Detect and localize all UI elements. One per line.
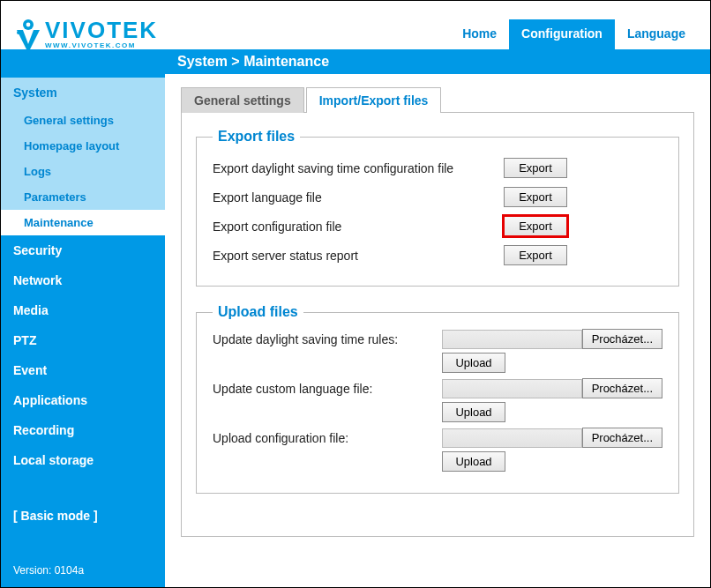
export-language-label: Export language file	[213, 190, 504, 205]
sidebar-sub-parameters[interactable]: Parameters	[1, 184, 165, 210]
export-dst-label: Export daylight saving time configuratio…	[213, 161, 504, 175]
export-status-button[interactable]: Export	[504, 245, 567, 265]
nav-configuration[interactable]: Configuration	[509, 19, 615, 49]
export-status-label: Export server status report	[213, 249, 504, 263]
sidebar-sub-general-settings[interactable]: General settings	[1, 108, 165, 133]
export-dst-button[interactable]: Export	[504, 158, 567, 178]
nav-language[interactable]: Language	[615, 19, 698, 49]
sidebar-sub-logs[interactable]: Logs	[1, 159, 165, 184]
sidebar: System General settings Homepage layout …	[1, 74, 165, 587]
upload-language-file-input[interactable]	[442, 379, 582, 398]
upload-language-label: Update custom language file:	[213, 382, 442, 396]
sidebar-item-event[interactable]: Event	[1, 355, 165, 385]
logo-text: VIVOTEK	[45, 19, 158, 41]
sidebar-item-local-storage[interactable]: Local storage	[1, 445, 165, 475]
tab-import-export[interactable]: Import/Export files	[306, 87, 442, 113]
export-row-status: Export server status report Export	[213, 241, 662, 270]
upload-language-browse-button[interactable]: Procházet...	[582, 378, 662, 398]
sidebar-item-ptz[interactable]: PTZ	[1, 325, 165, 355]
sidebar-item-applications[interactable]: Applications	[1, 385, 165, 415]
export-row-config: Export configuration file Export	[213, 212, 662, 241]
export-config-label: Export configuration file	[213, 220, 504, 234]
tab-row: General settings Import/Export files	[181, 86, 694, 113]
upload-files-fieldset: Upload files Update daylight saving time…	[196, 304, 679, 494]
upload-config-upload-button[interactable]: Upload	[442, 451, 505, 472]
sidebar-item-recording[interactable]: Recording	[1, 415, 165, 445]
upload-dst-browse-button[interactable]: Procházet...	[582, 329, 662, 349]
sidebar-sub-maintenance[interactable]: Maintenance	[1, 210, 165, 235]
sidebar-basic-mode[interactable]: [ Basic mode ]	[1, 501, 165, 531]
svg-point-1	[26, 23, 31, 27]
svg-point-2	[17, 31, 20, 34]
tab-general-settings[interactable]: General settings	[181, 87, 304, 113]
logo-subtext: WWW.VIVOTEK.COM	[45, 42, 158, 49]
export-row-language: Export language file Export	[213, 182, 662, 212]
sidebar-sub-homepage-layout[interactable]: Homepage layout	[1, 133, 165, 159]
export-config-button[interactable]: Export	[504, 216, 567, 236]
breadcrumb: System > Maintenance	[177, 54, 329, 70]
export-files-fieldset: Export files Export daylight saving time…	[196, 129, 679, 287]
sidebar-item-system[interactable]: System	[1, 78, 165, 108]
version-label: Version: 0104a	[1, 554, 165, 587]
export-row-dst: Export daylight saving time configuratio…	[213, 153, 662, 182]
sidebar-item-security[interactable]: Security	[1, 235, 165, 265]
sidebar-item-network[interactable]: Network	[1, 265, 165, 295]
logo: VIVOTEK WWW.VIVOTEK.COM	[13, 18, 158, 49]
upload-row-dst: Update daylight saving time rules: Proch…	[213, 329, 662, 373]
upload-dst-file-input[interactable]	[442, 330, 582, 349]
upload-config-browse-button[interactable]: Procházet...	[582, 428, 662, 448]
upload-dst-upload-button[interactable]: Upload	[442, 353, 505, 373]
upload-row-language: Update custom language file: Procházet..…	[213, 378, 662, 422]
upload-files-legend: Upload files	[213, 304, 303, 320]
export-language-button[interactable]: Export	[504, 187, 567, 207]
upload-config-file-input[interactable]	[442, 428, 582, 448]
top-nav: Home Configuration Language	[450, 19, 698, 49]
upload-row-config: Upload configuration file: Procházet... …	[213, 428, 662, 472]
upload-config-label: Upload configuration file:	[213, 431, 442, 445]
nav-home[interactable]: Home	[450, 19, 509, 49]
upload-language-upload-button[interactable]: Upload	[442, 402, 505, 422]
upload-dst-label: Update daylight saving time rules:	[213, 332, 442, 346]
sidebar-item-media[interactable]: Media	[1, 295, 165, 325]
export-files-legend: Export files	[213, 129, 300, 145]
